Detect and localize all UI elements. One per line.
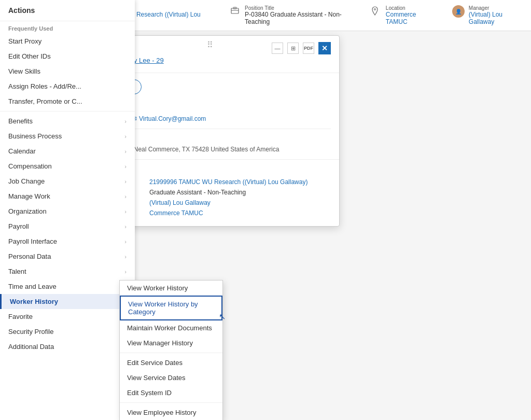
- manager-value[interactable]: (Virtual) Lou Gallaway: [469, 11, 521, 25]
- action-benefits[interactable]: Benefits›: [0, 114, 135, 129]
- action-talent[interactable]: Talent›: [0, 264, 135, 279]
- chevron-right-icon: ›: [124, 163, 127, 170]
- location-value[interactable]: Commerce TAMUC: [386, 11, 431, 25]
- action-compensation[interactable]: Compensation›: [0, 159, 135, 174]
- submenu-edit-service-dates[interactable]: Edit Service Dates: [120, 355, 222, 370]
- action-assign-roles[interactable]: Assign Roles - Add/Re...: [0, 79, 135, 94]
- submenu-maintain-docs[interactable]: Maintain Worker Documents: [120, 320, 222, 335]
- action-business-process[interactable]: Business Process›: [0, 129, 135, 144]
- position-title-value: P-03840 Graduate Assistant - Non-Teachin…: [245, 11, 351, 25]
- panel-icons: — ⊞ PDF ✕: [272, 42, 331, 54]
- drag-handle: ⠿: [207, 40, 213, 50]
- menu-divider-1: [0, 111, 135, 111]
- chevron-right-icon: ›: [124, 254, 127, 260]
- actions-dropdown: Actions Frequently Used Start Proxy Edit…: [0, 0, 135, 420]
- action-manage-work[interactable]: Manage Work›: [0, 189, 135, 204]
- chevron-right-icon: ›: [124, 193, 127, 200]
- action-view-skills[interactable]: View Skills: [0, 64, 135, 79]
- location-icon: [371, 6, 382, 17]
- action-payroll-interface[interactable]: Payroll Interface›: [0, 234, 135, 249]
- worker-history-submenu: View Worker History View Worker History …: [119, 280, 223, 420]
- panel-toggle-icon[interactable]: —: [272, 43, 283, 54]
- submenu-view-service-dates[interactable]: View Service Dates: [120, 370, 222, 385]
- submenu-edit-system-id[interactable]: Edit System ID: [120, 385, 222, 400]
- manager-label: Manager: [469, 5, 521, 11]
- panel-grid-icon[interactable]: ⊞: [287, 43, 299, 54]
- submenu-view-worker-history[interactable]: View Worker History: [120, 281, 222, 296]
- position-title-info: Position Title P-03840 Graduate Assistan…: [230, 5, 351, 25]
- position-title-label: Position Title: [245, 5, 351, 11]
- chevron-right-icon: ›: [124, 133, 127, 139]
- position-icon: [230, 6, 241, 17]
- chevron-right-icon: ›: [124, 269, 127, 275]
- submenu-view-employee-history[interactable]: View Employee History: [120, 405, 222, 420]
- action-transfer[interactable]: Transfer, Promote or C...: [0, 94, 135, 109]
- location-info: Location Commerce TAMUC: [371, 5, 431, 25]
- actions-menu-title: Actions: [0, 0, 135, 21]
- svg-point-10: [374, 9, 375, 10]
- business-title-value: Graduate Assistant - Non-Teaching: [149, 189, 246, 196]
- chevron-right-icon: ›: [124, 239, 127, 245]
- submenu-view-manager-history[interactable]: View Manager History: [120, 335, 222, 351]
- chevron-right-icon: ›: [124, 208, 127, 215]
- action-start-proxy[interactable]: Start Proxy: [0, 34, 135, 49]
- email-value[interactable]: ✉ Virtual.Cory@gmail.com: [132, 115, 206, 122]
- action-favorite[interactable]: Favorite›: [0, 309, 135, 324]
- org-value[interactable]: 21999996 TAMUC WU Research ((Virtual) Lo…: [149, 178, 308, 186]
- location-label: Location: [386, 5, 431, 11]
- cursor-icon: ↖: [219, 312, 226, 321]
- action-time-leave[interactable]: Time and Leave›: [0, 279, 135, 294]
- action-calendar[interactable]: Calendar›: [0, 144, 135, 159]
- chevron-right-icon: ›: [124, 148, 127, 155]
- job-location-value[interactable]: Commerce TAMUC: [149, 209, 203, 217]
- supervisor-value[interactable]: (Virtual) Lou Gallaway: [149, 199, 211, 206]
- frequently-used-label: Frequently Used: [0, 21, 135, 34]
- chevron-right-icon: ›: [124, 223, 127, 230]
- action-worker-history[interactable]: Worker History›: [0, 294, 135, 309]
- submenu-divider-1: [120, 353, 222, 353]
- action-edit-ids[interactable]: Edit Other IDs: [0, 49, 135, 64]
- action-job-change[interactable]: Job Change›: [0, 174, 135, 189]
- action-organization[interactable]: Organization›: [0, 204, 135, 219]
- action-payroll[interactable]: Payroll›: [0, 219, 135, 234]
- panel-close-button[interactable]: ✕: [318, 42, 331, 54]
- action-additional-data[interactable]: Additional Data›: [0, 339, 135, 354]
- manager-avatar: 👤: [452, 5, 465, 18]
- chevron-right-icon: ›: [124, 178, 127, 185]
- submenu-divider-2: [120, 402, 222, 403]
- panel-pdf-icon[interactable]: PDF: [303, 43, 314, 54]
- action-personal-data[interactable]: Personal Data›: [0, 249, 135, 264]
- chevron-right-icon: ›: [124, 118, 127, 124]
- manager-info: 👤 Manager (Virtual) Lou Gallaway: [452, 5, 521, 25]
- action-security-profile[interactable]: Security Profile›: [0, 324, 135, 339]
- submenu-view-history-by-category[interactable]: View Worker History by Category ↖: [120, 296, 222, 320]
